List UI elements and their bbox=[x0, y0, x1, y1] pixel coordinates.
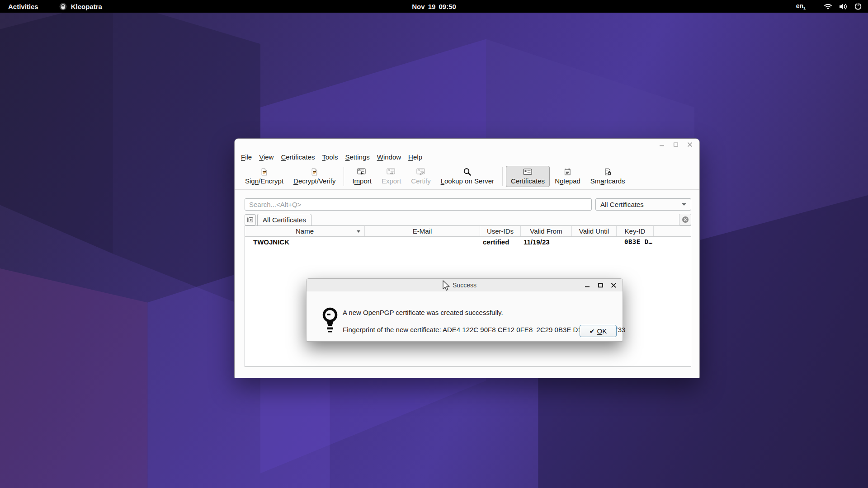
import-button[interactable]: Import bbox=[347, 166, 377, 187]
sign-encrypt-button[interactable]: Sign/Encrypt bbox=[240, 166, 288, 187]
menu-view[interactable]: View bbox=[255, 152, 277, 162]
keyboard-layout-indicator[interactable]: en1 bbox=[796, 2, 806, 10]
toolbar-separator bbox=[502, 167, 503, 186]
desktop: Activities Kleopatra Nov 19 09:50 en1 bbox=[0, 0, 868, 488]
toolbar-separator bbox=[344, 167, 344, 186]
cell-user-ids: certified bbox=[480, 238, 521, 246]
dialog-title: Success bbox=[453, 282, 476, 289]
keyboard-layout-index: 1 bbox=[803, 6, 806, 10]
kleopatra-app-icon bbox=[59, 3, 67, 10]
decrypt-verify-button[interactable]: Decrypt/Verify bbox=[288, 166, 340, 187]
sort-descending-icon bbox=[357, 230, 360, 233]
menu-certificates[interactable]: Certificates bbox=[277, 152, 318, 162]
column-label: Valid From bbox=[530, 227, 562, 235]
toolbar-label: Sign/Encrypt bbox=[245, 177, 283, 185]
menu-settings[interactable]: Settings bbox=[342, 152, 373, 162]
ok-label: OK bbox=[597, 327, 607, 335]
column-label: Name bbox=[296, 227, 314, 235]
column-header-key-id[interactable]: Key-ID bbox=[617, 226, 654, 236]
volume-icon[interactable] bbox=[839, 3, 848, 10]
column-header-filler bbox=[654, 226, 691, 236]
toolbar-label: Notepad bbox=[555, 177, 580, 185]
search-icon bbox=[463, 168, 472, 176]
notepad-button[interactable]: Notepad bbox=[550, 166, 585, 187]
filter-selected-value: All Certificates bbox=[600, 201, 644, 208]
wifi-icon[interactable] bbox=[824, 3, 832, 10]
new-tab-icon bbox=[247, 216, 254, 223]
cell-valid-from: 11/19/23 bbox=[521, 238, 572, 246]
new-tab-button[interactable] bbox=[245, 214, 256, 225]
menu-help[interactable]: Help bbox=[405, 152, 426, 162]
close-button[interactable] bbox=[687, 141, 693, 148]
smartcards-icon bbox=[604, 168, 612, 176]
close-tab-button[interactable] bbox=[679, 214, 691, 225]
dialog-minimize-button[interactable] bbox=[584, 282, 590, 288]
menu-window[interactable]: Window bbox=[373, 152, 405, 162]
toolbar-label: Certify bbox=[411, 177, 430, 185]
certificate-filter-dropdown[interactable]: All Certificates bbox=[595, 198, 691, 211]
maximize-button[interactable] bbox=[673, 141, 679, 148]
column-header-name[interactable]: Name bbox=[245, 226, 365, 236]
lightbulb-icon bbox=[321, 306, 340, 334]
tab-bar: All Certificates bbox=[245, 214, 691, 225]
activities-button[interactable]: Activities bbox=[8, 3, 38, 10]
clock-button[interactable]: Nov 19 09:50 bbox=[412, 3, 456, 10]
smartcards-button[interactable]: Smartcards bbox=[585, 166, 630, 187]
menu-bar: File View Certificates Tools Settings Wi… bbox=[235, 150, 699, 164]
cell-key-id: 0B3E D… bbox=[617, 238, 654, 245]
dialog-close-button[interactable] bbox=[610, 282, 617, 288]
dialog-titlebar[interactable]: Success bbox=[307, 279, 623, 291]
focused-app-indicator[interactable]: Kleopatra bbox=[59, 3, 102, 10]
toolbar-label: Lookup on Server bbox=[441, 177, 494, 185]
toolbar: Sign/Encrypt Decrypt/Verify Import E bbox=[235, 164, 699, 190]
menu-file[interactable]: File bbox=[237, 152, 255, 162]
column-label: Valid Until bbox=[579, 227, 609, 235]
top-bar: Activities Kleopatra Nov 19 09:50 en1 bbox=[0, 0, 868, 13]
table-header: Name E-Mail User-IDs Valid From Valid Un… bbox=[245, 226, 691, 237]
column-label: User-IDs bbox=[487, 227, 514, 235]
chevron-down-icon bbox=[682, 203, 686, 206]
lookup-on-server-button[interactable]: Lookup on Server bbox=[436, 166, 499, 187]
certify-button: Certify bbox=[406, 166, 435, 187]
toolbar-label: Import bbox=[352, 177, 372, 185]
kleopatra-window: File View Certificates Tools Settings Wi… bbox=[234, 138, 700, 378]
ok-button[interactable]: ✔ OK bbox=[580, 325, 617, 337]
minimize-button[interactable] bbox=[659, 141, 665, 148]
column-label: Key-ID bbox=[625, 227, 646, 235]
menu-tools[interactable]: Tools bbox=[318, 152, 341, 162]
dialog-body: A new OpenPGP certificate was created su… bbox=[307, 291, 623, 342]
certificates-view-button[interactable]: Certificates bbox=[506, 166, 550, 187]
import-certificate-icon bbox=[357, 168, 367, 176]
column-header-valid-until[interactable]: Valid Until bbox=[572, 226, 617, 236]
dialog-message: A new OpenPGP certificate was created su… bbox=[343, 309, 503, 316]
export-button: Export bbox=[377, 166, 406, 187]
notepad-icon bbox=[564, 168, 571, 176]
close-tab-icon bbox=[682, 216, 689, 223]
toolbar-label: Smartcards bbox=[590, 177, 625, 185]
keyboard-layout-code: en bbox=[796, 2, 803, 9]
success-dialog: Success A new OpenPGP ce bbox=[306, 278, 623, 342]
focused-app-name: Kleopatra bbox=[71, 3, 102, 10]
column-header-valid-from[interactable]: Valid From bbox=[521, 226, 572, 236]
export-certificate-icon bbox=[387, 168, 396, 176]
column-label: E-Mail bbox=[413, 227, 432, 235]
toolbar-label: Export bbox=[382, 177, 401, 185]
sign-encrypt-document-icon bbox=[260, 168, 268, 176]
tab-all-certificates[interactable]: All Certificates bbox=[257, 214, 311, 225]
search-input[interactable] bbox=[245, 198, 592, 211]
window-titlebar[interactable] bbox=[235, 139, 699, 150]
toolbar-label: Decrypt/Verify bbox=[293, 177, 335, 185]
column-header-user-ids[interactable]: User-IDs bbox=[480, 226, 521, 236]
check-icon: ✔ bbox=[590, 328, 595, 335]
certify-icon bbox=[416, 168, 426, 176]
dialog-maximize-button[interactable] bbox=[597, 282, 604, 288]
decrypt-verify-document-icon bbox=[311, 168, 318, 176]
table-row[interactable]: TWOJNICK certified 11/19/23 0B3E D… bbox=[245, 237, 691, 247]
mouse-cursor bbox=[442, 280, 452, 292]
certificates-icon bbox=[523, 168, 533, 176]
column-header-email[interactable]: E-Mail bbox=[365, 226, 480, 236]
toolbar-label: Certificates bbox=[511, 177, 545, 185]
power-icon[interactable] bbox=[854, 3, 862, 10]
cell-name: TWOJNICK bbox=[245, 238, 365, 246]
